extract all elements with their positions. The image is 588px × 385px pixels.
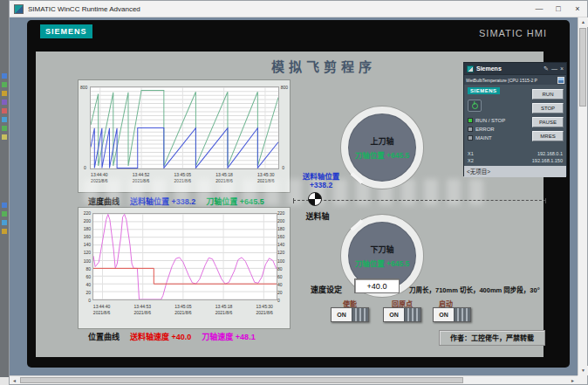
lower-roller-title: 下刀轴 [370,244,393,255]
start-toggle-switch[interactable]: ON [433,307,471,322]
simatic-hmi-label: SIMATIC HMI [479,28,547,38]
y-axis-max-left: 800 [80,85,87,90]
background-window-strip [0,0,9,385]
feed-roller-icon [308,192,322,206]
enable-toggle-switch[interactable]: ON [331,307,369,322]
lower-roller-position: 刀轴位置 +645.5 [355,258,410,268]
background-app-icon [2,91,7,96]
feed-speed-readout: 送料轴速度 +40.0 [130,331,191,342]
feed-axis-position-value: +338.2 [291,181,352,189]
plcsim-siemens-logo: SIEMENS [468,87,500,94]
feed-speed-label: 送料轴速度 [130,333,169,341]
scroll-right-icon[interactable]: ► [568,376,578,385]
background-app-icon [2,100,7,105]
interface-ip: 192.168.0.1 [537,150,563,157]
horizontal-scrollbar[interactable]: ◄ ► [10,375,578,384]
interface-ip: 192.168.1.150 [532,157,563,164]
background-app-icon [2,117,7,122]
led-row: RUN / STOP [468,118,505,123]
window-content: SIEMENS SIMATIC HMI TOUCH 模拟飞剪程序 800 0 8… [10,17,587,384]
feed-axis-position-label: 送料轴位置 [291,172,352,181]
hmi-screen: 模拟飞剪程序 800 0 800 0 13:44:402021/8/613:44… [36,52,544,357]
speed-setting-input[interactable] [354,278,400,293]
feed-axis-position-readout: 送料轴位置 +338.2 [291,172,352,189]
run-button[interactable]: RUN [532,89,564,100]
page-title: 模拟飞剪程序 [193,57,455,75]
speed-trend-plot [90,86,279,169]
y-axis-min-right: 0 [282,165,284,170]
switch-on-label: ON [434,308,454,321]
window-titlebar: SIMATIC WinCC Runtime Advanced — □ × [10,1,587,17]
plcsim-app-icon [467,65,474,72]
maximize-icon[interactable]: □ [549,1,568,17]
position-trend-plot [92,213,277,300]
maint-led [468,135,473,141]
plcsim-titlebar[interactable]: Siemens ✎ — × [464,63,566,74]
plcsim-instance-icon [557,77,564,84]
pause-button[interactable]: PAUSE [532,117,564,127]
mres-button[interactable]: MRES [532,131,564,141]
led-row: ERROR [468,127,505,132]
upper-roller-position: 刀轴位置 +645.5 [355,149,410,160]
vertical-scrollbar[interactable]: ▲ ▼ [578,17,587,375]
scroll-down-icon[interactable]: ▼ [578,366,588,375]
feed-speed-value: +40.0 [172,333,192,341]
error-led [468,127,473,132]
stop-button[interactable]: STOP [532,103,564,113]
background-taskbar-sliver [0,377,9,385]
y-ticks-right: 020406080100120140160180200220 [277,213,289,300]
close-icon[interactable]: × [568,1,587,17]
switch-grip [352,308,368,321]
knife-speed-value: +48.1 [236,333,256,341]
wincc-app-icon [14,4,24,14]
switch-grip [404,308,420,321]
maint-led-label: MAINT [475,135,492,141]
background-app-icon [2,126,7,131]
speed-trend-chart: 800 0 800 0 13:44:402021/8/613:44:522021… [78,79,291,193]
knife-speed-readout: 刀轴速度 +48.1 [202,331,255,342]
background-app-icon [2,73,7,79]
watermark-ghost-text [84,179,485,205]
plc-control-buttons: RUN STOP PAUSE MRES [532,89,564,141]
interface-name: X1 [468,150,474,157]
edit-pencil-icon[interactable]: ✎ [544,65,549,72]
background-app-icon [2,82,7,87]
knife-speed-label: 刀轴速度 [202,333,233,341]
background-app-icon [2,211,7,217]
home-toggle-switch[interactable]: ON [383,307,421,322]
interface-row: X1 192.168.0.1 [468,150,563,157]
interface-row: X2 192.168.1.150 [468,157,563,164]
plcsim-instance-dropdown[interactable]: WetBulbTemperature [CPU 1515-2 P [464,74,566,85]
shear-parameters-text: 刀周长，710mm 切长，400mm 同步段，30° [409,285,540,294]
interface-name: X2 [468,157,474,164]
error-led-label: ERROR [475,127,495,132]
plc-network-interfaces: X1 192.168.0.1 X2 192.168.1.150 [468,150,563,165]
scroll-left-icon[interactable]: ◄ [10,376,19,385]
led-row: MAINT [468,135,505,141]
upper-roller-title: 上刀轴 [370,135,393,147]
speed-setting-label: 速度设定 [311,284,342,295]
power-icon [472,103,478,109]
scroll-up-icon[interactable]: ▲ [578,17,588,27]
minimize-icon[interactable]: — [530,1,549,17]
scrollbar-corner [578,375,587,384]
background-app-icon [2,134,7,140]
switch-on-label: ON [384,308,404,321]
plcsim-minimize-icon[interactable]: — [551,65,557,72]
vertical-scroll-thumb[interactable] [579,28,586,107]
switch-grip [454,308,470,321]
hmi-bezel: SIEMENS SIMATIC HMI TOUCH 模拟飞剪程序 800 0 8… [27,20,570,368]
horizontal-scroll-thumb[interactable] [20,377,463,383]
legend-title: 位置曲线 [88,331,120,342]
run-stop-led [468,118,473,123]
lower-knife-notch [351,219,364,231]
y-axis-min-left: 0 [84,165,86,170]
plcsim-close-icon[interactable]: × [560,65,564,72]
plcsim-body: SIEMENS RUN / STOP ERROR [464,85,566,166]
position-trend-chart: 020406080100120140160180200220 020406080… [78,207,291,329]
plcsim-instance-name: WetBulbTemperature [CPU 1515-2 P [466,78,556,83]
author-credit: 作者：工控佬牛，严禁转载 [439,330,545,346]
background-app-icon [2,108,7,113]
siemens-logo: SIEMENS [40,24,92,38]
power-button[interactable] [468,100,482,112]
